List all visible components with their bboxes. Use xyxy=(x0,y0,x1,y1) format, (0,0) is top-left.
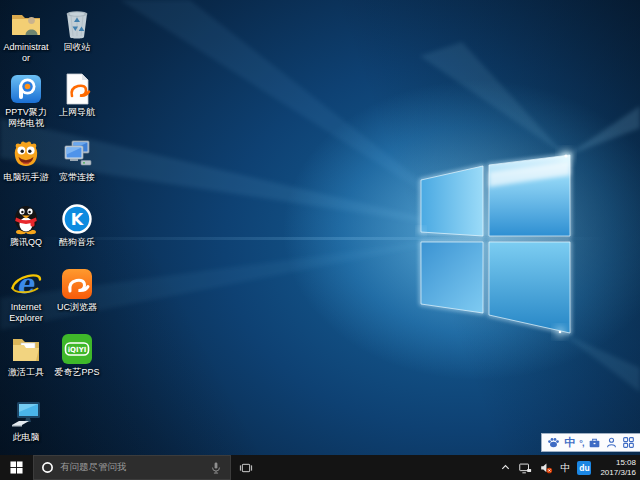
tray-ime-mode[interactable]: 中 xyxy=(560,461,570,475)
icon-label: 激活工具 xyxy=(8,367,44,378)
desktop-icon-pc-play-mobile-games[interactable]: 电脑玩手游 xyxy=(1,137,51,183)
desktop-icon-iqiyi-pps[interactable]: iQIYI 爱奇艺PPS xyxy=(52,332,102,378)
icon-label: 酷狗音乐 xyxy=(59,237,95,248)
icon-label: 此电脑 xyxy=(13,432,40,443)
icon-label: 腾讯QQ xyxy=(10,237,42,248)
windows-desktop: Administrator 回收站 PPTV聚力 网络电视 上网导航 xyxy=(0,0,640,480)
ime-toolbox-icon[interactable] xyxy=(588,436,601,449)
system-tray: 中 du 15:08 2017/3/16 xyxy=(500,455,640,480)
icon-label: UC浏览器 xyxy=(57,302,97,313)
broadband-connection-icon xyxy=(60,137,94,171)
desktop-icon-kugou-music[interactable]: K 酷狗音乐 xyxy=(52,202,102,248)
internet-explorer-icon: e xyxy=(9,267,43,301)
desktop-icon-uc-browser[interactable]: UC浏览器 xyxy=(52,267,102,313)
windows-logo-icon xyxy=(10,461,23,474)
desktop-icon-broadband-connection[interactable]: 宽带连接 xyxy=(52,137,102,183)
taskbar-clock[interactable]: 15:08 2017/3/16 xyxy=(598,458,636,477)
desktop-icon-this-pc[interactable]: 此电脑 xyxy=(1,397,51,443)
icon-label: 回收站 xyxy=(64,42,91,53)
uc-browser-icon xyxy=(60,267,94,301)
network-ethernet-icon[interactable] xyxy=(518,461,532,475)
svg-text:e: e xyxy=(16,268,35,299)
search-placeholder-text: 有问题尽管问我 xyxy=(60,461,203,474)
microphone-icon[interactable] xyxy=(209,461,223,475)
kugou-music-icon: K xyxy=(60,202,94,236)
pptv-icon xyxy=(9,72,43,106)
desktop-icon-web-navigation[interactable]: 上网导航 xyxy=(52,72,102,118)
icon-label: 上网导航 xyxy=(59,107,95,118)
administrator-folder-icon xyxy=(9,7,43,41)
desktop-icon-pptv[interactable]: PPTV聚力 网络电视 xyxy=(1,72,51,129)
ime-grid-menu-icon[interactable] xyxy=(622,436,635,449)
task-view-button[interactable] xyxy=(231,455,260,480)
svg-text:iQIYI: iQIYI xyxy=(68,346,87,354)
clock-time: 15:08 xyxy=(600,458,636,468)
baidu-paw-icon[interactable] xyxy=(547,436,560,449)
qq-penguin-icon xyxy=(9,202,43,236)
desktop-icon-tencent-qq[interactable]: 腾讯QQ xyxy=(1,202,51,248)
cortana-icon xyxy=(41,461,54,474)
desktop-icon-recycle-bin[interactable]: 回收站 xyxy=(52,7,102,53)
show-hidden-icons-chevron[interactable] xyxy=(500,462,511,473)
ime-language-bar: 中 °, xyxy=(541,433,640,452)
this-pc-icon xyxy=(9,397,43,431)
svg-text:K: K xyxy=(71,210,84,229)
game-monster-icon xyxy=(9,137,43,171)
baidu-ime-badge[interactable]: du xyxy=(577,461,591,475)
task-view-icon xyxy=(239,461,253,475)
icon-label: Administrator xyxy=(1,42,51,64)
desktop-icon-activation-tool[interactable]: e 激活工具 xyxy=(1,332,51,378)
recycle-bin-icon xyxy=(60,7,94,41)
ime-mode-indicator[interactable]: 中 xyxy=(564,436,575,449)
activation-tool-icon: e xyxy=(9,332,43,366)
ime-user-icon[interactable] xyxy=(605,436,618,449)
taskbar: 有问题尽管问我 xyxy=(0,455,640,480)
icon-label: PPTV聚力 网络电视 xyxy=(1,107,51,129)
taskbar-search-box[interactable]: 有问题尽管问我 xyxy=(33,455,231,480)
iqiyi-pps-icon: iQIYI xyxy=(60,332,94,366)
desktop-icon-administrator[interactable]: Administrator xyxy=(1,7,51,64)
desktop-icon-internet-explorer[interactable]: e Internet Explorer xyxy=(1,267,51,324)
ime-punctuation-toggle[interactable]: °, xyxy=(579,438,583,448)
icon-label: Internet Explorer xyxy=(1,302,51,324)
start-button[interactable] xyxy=(0,455,33,480)
icon-label: 宽带连接 xyxy=(59,172,95,183)
volume-muted-icon[interactable] xyxy=(539,461,553,475)
web-navigation-icon xyxy=(60,72,94,106)
icon-label: 爱奇艺PPS xyxy=(54,367,99,378)
clock-date: 2017/3/16 xyxy=(600,468,636,478)
icon-label: 电脑玩手游 xyxy=(4,172,49,183)
